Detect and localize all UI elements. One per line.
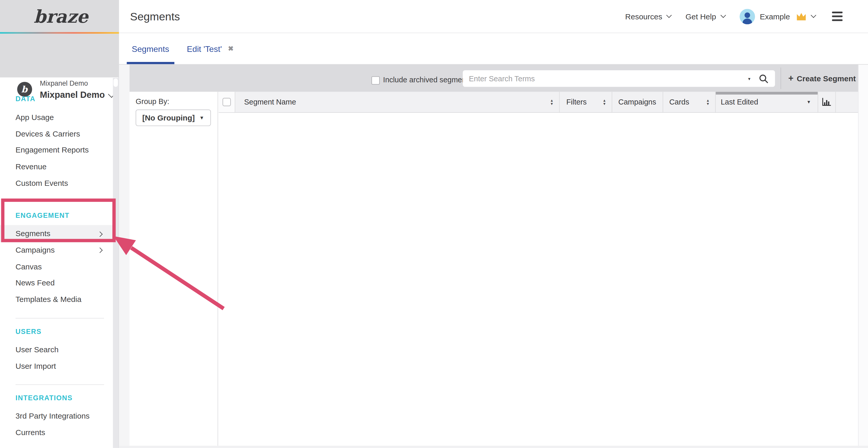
avatar: [739, 8, 755, 24]
chevron-right-icon: [97, 247, 102, 253]
sidebar-scrollbar-track[interactable]: [113, 78, 118, 448]
sidebar-divider: [16, 318, 104, 318]
user-name: Example: [760, 12, 790, 21]
sidebar-item-user-import[interactable]: User Import: [0, 358, 113, 374]
toolbar-divider: [780, 67, 781, 89]
bottom-strip: [119, 446, 868, 448]
sidebar-item-label: Campaigns: [16, 245, 55, 254]
column-label: Filters: [566, 98, 587, 106]
search-icon[interactable]: [759, 74, 775, 83]
tab-label: Segments: [132, 44, 169, 53]
sidebar-item-devices-carriers[interactable]: Devices & Carriers: [0, 126, 113, 142]
column-header-filters[interactable]: Filters ▲▼: [560, 92, 612, 112]
column-label: Segment Name: [244, 98, 296, 106]
tab-label: Edit 'Test': [187, 44, 222, 53]
sidebar-divider: [16, 384, 104, 385]
chevron-down-icon: [720, 12, 726, 18]
plus-icon: +: [788, 73, 793, 83]
sidebar-item-user-search[interactable]: User Search: [0, 341, 113, 358]
dropdown-arrow-icon: ▼: [199, 115, 204, 120]
chevron-down-icon: [811, 12, 816, 18]
resources-menu[interactable]: Resources: [625, 12, 671, 21]
logo-block: braze: [0, 0, 119, 32]
sidebar-item-engagement-reports[interactable]: Engagement Reports: [0, 142, 113, 158]
sidebar-item-app-usage[interactable]: App Usage: [0, 109, 113, 126]
workspace-name: Mixpanel Demo: [40, 90, 104, 100]
column-header-campaigns: Campaigns: [612, 92, 663, 112]
group-by-panel: Group By: [No Grouping] ▼: [129, 92, 218, 446]
sidebar-item-campaigns[interactable]: Campaigns: [0, 242, 113, 258]
chevron-down-icon: [666, 12, 672, 18]
get-help-menu[interactable]: Get Help: [685, 12, 725, 21]
svg-text:braze: braze: [34, 6, 89, 27]
column-header-cards[interactable]: Cards ▲▼: [663, 92, 716, 112]
sidebar-item-templates-media[interactable]: Templates & Media: [0, 291, 113, 307]
sidebar-item-custom-events[interactable]: Custom Events: [0, 175, 113, 191]
tab-edit-test[interactable]: Edit 'Test' ✖: [182, 33, 239, 64]
get-help-label: Get Help: [685, 12, 716, 21]
resources-label: Resources: [625, 12, 662, 21]
column-label: Campaigns: [618, 98, 656, 106]
include-archived-label: Include archived segments: [383, 74, 472, 86]
sidebar-section-users: USERS: [16, 328, 41, 336]
create-segment-label: Create Segment: [797, 74, 856, 82]
group-by-label: Group By:: [135, 97, 169, 106]
sort-icon[interactable]: ▲▼: [603, 99, 612, 105]
select-all-checkbox[interactable]: [222, 98, 231, 106]
close-icon[interactable]: ✖: [228, 45, 234, 52]
crown-icon: [796, 12, 807, 21]
include-archived-checkbox[interactable]: [371, 76, 380, 84]
column-label: Cards: [669, 98, 689, 106]
sidebar-item-currents[interactable]: Currents: [0, 424, 113, 441]
app-window: braze b Mixpanel Demo Mixpanel Demo DATA…: [0, 0, 868, 448]
tab-bar: Segments Edit 'Test' ✖: [119, 33, 868, 65]
sidebar-scrollbar-thumb[interactable]: [114, 78, 118, 87]
sort-icon[interactable]: ▲▼: [706, 99, 715, 105]
content-left-rail: [119, 65, 130, 448]
hamburger-menu-icon[interactable]: [832, 12, 843, 21]
workspace-group-label: Mixpanel Demo: [40, 80, 88, 88]
segments-table-header: Segment Name ▲▼ Filters ▲▼ Campaigns Car…: [219, 92, 858, 113]
column-header-segment-name[interactable]: Segment Name ▲▼: [235, 92, 560, 112]
workspace-selector[interactable]: b Mixpanel Demo Mixpanel Demo: [0, 34, 119, 77]
search-dropdown-arrow-icon[interactable]: ▼: [745, 77, 759, 80]
column-label: Last Edited: [721, 98, 758, 106]
sorted-indicator-bar: [716, 92, 817, 95]
sort-desc-icon[interactable]: ▼: [807, 100, 817, 105]
search-input[interactable]: [463, 74, 745, 82]
sidebar-section-data: DATA: [16, 95, 35, 103]
annotation-highlight-box: [1, 199, 116, 242]
workspace-icon-letter: b: [17, 81, 32, 97]
content-right-rail: [858, 65, 868, 448]
sidebar-item-canvas[interactable]: Canvas: [0, 258, 113, 275]
sidebar-section-integrations: INTEGRATIONS: [16, 394, 72, 403]
user-menu[interactable]: Example: [739, 8, 815, 24]
group-by-value: [No Grouping]: [142, 113, 195, 122]
create-segment-button[interactable]: + Create Segment: [788, 65, 856, 92]
column-header-spacer: [836, 92, 858, 112]
search-box: ▼: [463, 70, 775, 87]
tab-segments[interactable]: Segments: [127, 33, 174, 64]
chart-icon: [822, 98, 831, 106]
segments-toolbar: Include archived segments ▼ + Create Seg…: [129, 65, 858, 92]
segments-table-body: [219, 113, 858, 446]
select-all-cell: [219, 92, 235, 112]
braze-logo: braze: [30, 4, 91, 30]
page-title: Segments: [130, 10, 180, 23]
sidebar-item-3rd-party-integrations[interactable]: 3rd Party Integrations: [0, 408, 113, 424]
sidebar-item-revenue[interactable]: Revenue: [0, 158, 113, 175]
group-by-dropdown[interactable]: [No Grouping] ▼: [135, 109, 211, 126]
sort-icon[interactable]: ▲▼: [550, 99, 559, 105]
column-header-last-edited[interactable]: Last Edited ▼: [716, 92, 818, 112]
sidebar-item-news-feed[interactable]: News Feed: [0, 274, 113, 291]
top-bar: Segments Resources Get Help Example: [119, 0, 868, 33]
column-header-analytics: [818, 92, 836, 112]
